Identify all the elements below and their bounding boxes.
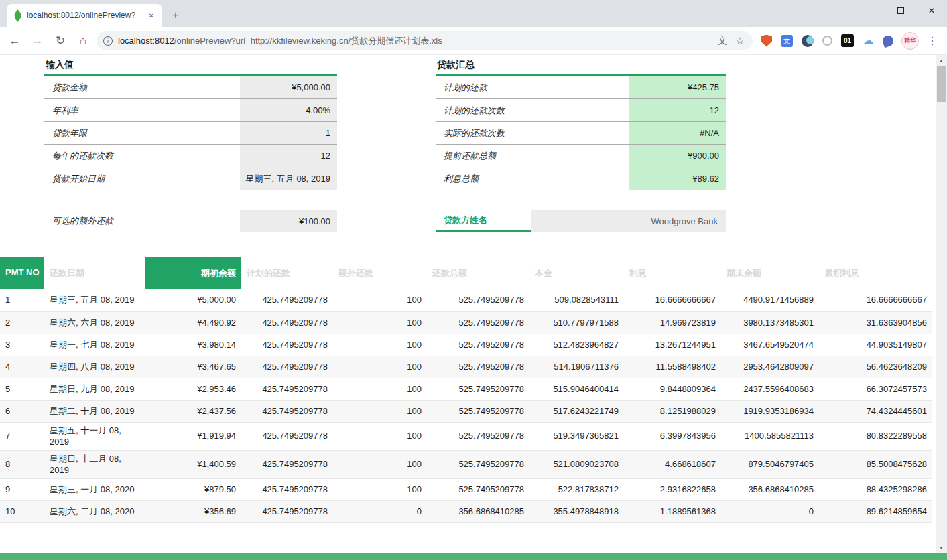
field-label: 提前还款总额: [436, 145, 629, 167]
browser-menu-icon[interactable]: ⋮: [923, 34, 942, 47]
schedule-cell: 88.4325298286: [819, 478, 932, 500]
input-section-title: 输入值: [44, 56, 337, 76]
schedule-cell: ¥356.69: [145, 500, 241, 522]
darkmode-extension-icon[interactable]: [802, 35, 814, 47]
schedule-cell: 425.7495209778: [241, 289, 333, 311]
translate-extension-icon[interactable]: 文: [781, 35, 793, 47]
back-icon[interactable]: ←: [5, 31, 24, 50]
tab-close-icon[interactable]: ✕: [146, 11, 157, 21]
field-label: 贷款金额: [44, 76, 240, 98]
schedule-cell: ¥2,953.46: [145, 378, 241, 400]
schedule-cell: 2953.4642809097: [721, 356, 819, 378]
new-tab-button[interactable]: +: [166, 6, 185, 25]
kv-row: 提前还款总额¥900.00: [436, 145, 726, 167]
schedule-cell: 5: [0, 378, 44, 400]
extra-payment-label: 可选的额外还款: [44, 210, 240, 232]
translate-icon[interactable]: 文: [716, 34, 729, 47]
minimize-icon: [867, 11, 874, 11]
schedule-cell: 100: [333, 378, 427, 400]
address-bar[interactable]: i localhost:8012/onlinePreview?url=http:…: [97, 31, 753, 50]
input-table: 贷款金额¥5,000.00年利率4.00%贷款年限1每年的还款次数12贷款开始日…: [44, 76, 337, 190]
schedule-cell: 1919.9353186934: [721, 400, 819, 422]
field-label: 贷款年限: [44, 122, 240, 144]
close-button[interactable]: ✕: [916, 0, 947, 21]
schedule-cell: 4.668618607: [624, 450, 721, 478]
vertical-scrollbar[interactable]: ▲ ▼: [936, 55, 947, 553]
browser-tab[interactable]: localhost:8012/onlinePreview? ✕: [7, 4, 162, 27]
extra-payment-value: ¥100.00: [240, 210, 337, 232]
schedule-cell: 16.6666666667: [624, 289, 721, 311]
schedule-cell: 525.7495209778: [427, 289, 529, 311]
cloud-extension-icon[interactable]: ☁: [863, 35, 874, 46]
scrollbar-thumb[interactable]: [937, 66, 946, 102]
schedule-cell: 9.8448809364: [624, 378, 721, 400]
schedule-cell: 425.7495209778: [241, 478, 333, 500]
schedule-cell: 100: [333, 450, 427, 478]
kv-row: 贷款金额¥5,000.00: [44, 76, 337, 99]
schedule-cell: 515.9046400414: [529, 378, 624, 400]
schedule-row: 10星期六, 二月 08, 2020¥356.69425.74952097780…: [0, 500, 932, 522]
bookmark-star-icon[interactable]: ☆: [735, 35, 746, 47]
profile-avatar[interactable]: 精华: [901, 32, 919, 50]
schedule-cell: 525.7495209778: [427, 422, 529, 450]
schedule-cell: 44.9035149807: [819, 334, 932, 356]
schedule-cell: 10: [0, 500, 44, 522]
field-value: #N/A: [629, 122, 726, 144]
reload-icon[interactable]: ↻: [51, 31, 70, 50]
schedule-cell: 16.6666666667: [819, 289, 932, 311]
schedule-cell: 2437.5596408683: [721, 378, 819, 400]
schedule-cell: 525.7495209778: [427, 334, 529, 356]
kv-row: 年利率4.00%: [44, 99, 337, 122]
schedule-cell: 星期六, 六月 08, 2019: [44, 311, 145, 334]
schedule-header-9: 累积利息: [819, 257, 932, 289]
bird-extension-icon[interactable]: [881, 33, 895, 48]
schedule-cell: 425.7495209778: [241, 356, 333, 378]
schedule-cell: ¥3,980.14: [145, 334, 241, 356]
scroll-up-icon[interactable]: ▲: [936, 55, 947, 66]
shield-extension-icon[interactable]: [761, 35, 772, 47]
extra-payment-block: 可选的额外还款 ¥100.00: [44, 210, 337, 232]
tab-title: localhost:8012/onlinePreview?: [27, 11, 141, 20]
schedule-cell: ¥1,919.94: [145, 422, 241, 450]
field-label: 年利率: [44, 99, 240, 121]
schedule-header-1: 还款日期: [44, 257, 145, 289]
schedule-cell: 100: [333, 422, 427, 450]
schedule-cell: 3467.6549520474: [721, 334, 819, 356]
field-value: ¥425.75: [629, 76, 726, 98]
schedule-cell: 425.7495209778: [241, 334, 333, 356]
lender-label: 贷款方姓名: [436, 210, 531, 232]
schedule-cell: 522.817838712: [529, 478, 624, 500]
schedule-cell: 1400.5855821113: [721, 422, 819, 450]
schedule-row: 4星期四, 八月 08, 2019¥3,467.65425.7495209778…: [0, 356, 932, 378]
field-label: 利息总额: [436, 167, 629, 190]
browser-navbar: ← → ↻ ⌂ i localhost:8012/onlinePreview?u…: [0, 27, 947, 55]
field-value: ¥900.00: [629, 145, 726, 167]
schedule-cell: 100: [333, 400, 427, 422]
gray-extension-icon[interactable]: [822, 36, 832, 46]
schedule-cell: 525.7495209778: [427, 478, 529, 500]
schedule-cell: 525.7495209778: [427, 311, 529, 334]
schedule-cell: 8: [0, 450, 44, 478]
schedule-table: PMT NO还款日期期初余额计划的还款额外还款还款总额本金利息期末余额累积利息 …: [0, 257, 932, 523]
home-icon[interactable]: ⌂: [74, 31, 92, 50]
schedule-cell: 6: [0, 400, 44, 422]
minimize-button[interactable]: [855, 0, 885, 21]
summary-section: 贷款汇总 计划的还款¥425.75计划的还款次数12实际的还款次数#N/A提前还…: [436, 56, 726, 190]
schedule-cell: 9: [0, 478, 44, 500]
summary-table: 计划的还款¥425.75计划的还款次数12实际的还款次数#N/A提前还款总额¥9…: [436, 76, 726, 190]
schedule-cell: 80.8322289558: [819, 422, 932, 450]
maximize-button[interactable]: [885, 0, 916, 21]
forward-icon: →: [28, 31, 47, 50]
scroll-down-icon[interactable]: ▼: [936, 542, 947, 553]
schedule-cell: 425.7495209778: [241, 500, 333, 522]
schedule-cell: 514.1906711376: [529, 356, 624, 378]
page-info-icon[interactable]: i: [103, 36, 113, 46]
schedule-cell: 85.5008475628: [819, 450, 932, 478]
field-value: 4.00%: [240, 99, 337, 121]
schedule-cell: 4: [0, 356, 44, 378]
schedule-cell: 4490.9171456889: [721, 289, 819, 311]
badge-01-extension-icon[interactable]: 01: [841, 34, 854, 47]
field-value: 12: [629, 99, 726, 121]
schedule-cell: 星期四, 八月 08, 2019: [44, 356, 145, 378]
schedule-row: 7星期五, 十一月 08, 2019¥1,919.94425.749520977…: [0, 422, 932, 450]
